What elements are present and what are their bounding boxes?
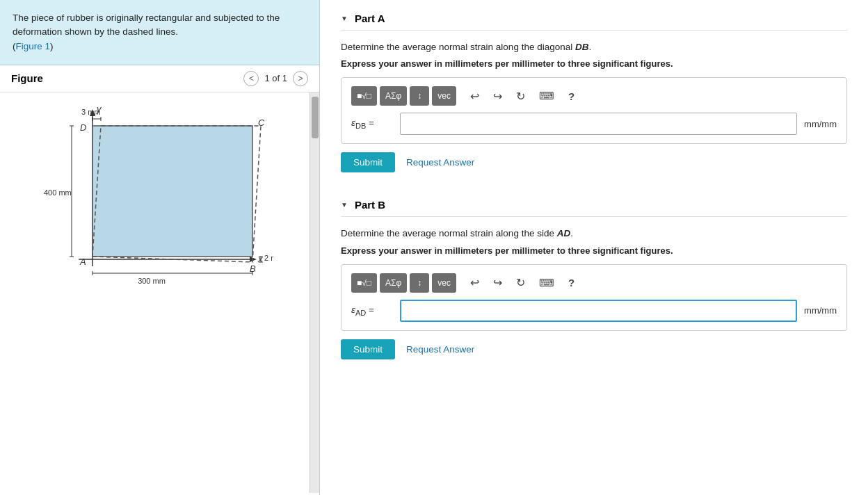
part-a-subscript-btn[interactable]: ↕ — [410, 86, 429, 106]
part-a-unit: mm/mm — [804, 119, 837, 129]
part-a-section: ▼ Part A Determine the average normal st… — [341, 7, 847, 172]
part-a-triangle: ▼ — [341, 15, 348, 22]
part-b-input-row: εAD = mm/mm — [351, 300, 837, 322]
part-a-greek-btn[interactable]: ΑΣφ — [380, 86, 407, 106]
part-a-answer-box: ■√□ ΑΣφ ↕ vec ↩ ↪ ↻ ⌨ ? εDB = mm/mm — [341, 77, 847, 144]
part-b-title: Part B — [355, 199, 385, 211]
d-label: D — [80, 122, 86, 133]
part-b-answer-box: ■√□ ΑΣφ ↕ vec ↩ ↪ ↻ ⌨ ? εAD = mm/mm — [341, 264, 847, 331]
part-b-subscript-btn[interactable]: ↕ — [410, 273, 429, 293]
part-a-redo-btn[interactable]: ↪ — [488, 86, 508, 106]
part-a-help-btn[interactable]: ? — [563, 86, 580, 106]
part-a-keyboard-btn[interactable]: ⌨ — [533, 86, 560, 106]
dim-right-label: 2 mm — [264, 254, 273, 262]
figure-title: Figure — [11, 72, 43, 84]
part-a-input[interactable] — [400, 113, 797, 135]
part-b-triangle: ▼ — [341, 201, 348, 209]
figure-header: Figure < 1 of 1 > — [0, 65, 319, 92]
part-b-input[interactable] — [400, 300, 797, 322]
a-label: A — [79, 257, 86, 267]
part-b-redo-btn[interactable]: ↪ — [488, 273, 508, 293]
dim-left-label: 400 mm — [44, 188, 72, 197]
part-b-section: ▼ Part B Determine the average normal st… — [341, 193, 847, 359]
part-a-refresh-btn[interactable]: ↻ — [511, 86, 531, 106]
right-panel: ▼ Part A Determine the average normal st… — [320, 0, 868, 495]
figure-nav: < 1 of 1 > — [243, 71, 308, 86]
part-b-undo-btn[interactable]: ↩ — [465, 273, 485, 293]
part-b-request-answer-link[interactable]: Request Answer — [406, 344, 474, 355]
figure-svg-area: y x D C A B 3 mm — [0, 92, 310, 315]
part-b-vec-btn[interactable]: vec — [432, 273, 456, 293]
part-a-toolbar: ■√□ ΑΣφ ↕ vec ↩ ↪ ↻ ⌨ ? — [351, 86, 837, 106]
part-b-action-row: Submit Request Answer — [341, 339, 847, 359]
left-panel: The piece of rubber is originally rectan… — [0, 0, 320, 495]
part-a-undo-btn[interactable]: ↩ — [465, 86, 485, 106]
part-b-refresh-btn[interactable]: ↻ — [511, 273, 531, 293]
part-b-instructions: Express your answer in millimeters per m… — [341, 245, 847, 256]
x-axis-label: x — [257, 254, 263, 264]
part-a-title: Part A — [355, 13, 385, 24]
dim-bottom-label: 300 mm — [138, 277, 166, 285]
part-a-description: Determine the average normal strain alon… — [341, 40, 847, 54]
part-b-input-label: εAD = — [351, 305, 393, 317]
page-info: 1 of 1 — [264, 73, 287, 83]
description-text: The piece of rubber is originally rectan… — [13, 13, 280, 37]
part-b-submit-button[interactable]: Submit — [341, 339, 395, 359]
scroll-thumb — [312, 97, 319, 138]
part-a-submit-button[interactable]: Submit — [341, 152, 395, 172]
c-label: C — [258, 117, 265, 128]
figure-content: y x D C A B 3 mm — [0, 92, 319, 493]
part-b-help-btn[interactable]: ? — [563, 273, 580, 293]
part-b-format-btn[interactable]: ■√□ — [351, 273, 377, 293]
figure-area: Figure < 1 of 1 > — [0, 65, 319, 495]
figure-prev-button[interactable]: < — [243, 71, 259, 86]
part-a-format-btn[interactable]: ■√□ — [351, 86, 377, 106]
diagram-svg: y x D C A B 3 mm — [37, 99, 273, 308]
part-a-request-answer-link[interactable]: Request Answer — [406, 157, 474, 168]
part-a-instructions: Express your answer in millimeters per m… — [341, 58, 847, 69]
problem-description: The piece of rubber is originally rectan… — [0, 0, 319, 65]
part-a-input-label: εDB = — [351, 117, 393, 130]
part-a-header[interactable]: ▼ Part A — [341, 7, 847, 31]
figure-link[interactable]: Figure 1 — [16, 41, 51, 51]
part-a-input-row: εDB = mm/mm — [351, 113, 837, 135]
figure-scrollbar[interactable] — [310, 92, 319, 493]
part-b-header[interactable]: ▼ Part B — [341, 193, 847, 217]
part-a-vec-btn[interactable]: vec — [432, 86, 456, 106]
svg-rect-4 — [93, 126, 252, 257]
figure-next-button[interactable]: > — [293, 71, 308, 86]
part-b-unit: mm/mm — [804, 305, 837, 316]
part-b-toolbar: ■√□ ΑΣφ ↕ vec ↩ ↪ ↻ ⌨ ? — [351, 273, 837, 293]
dim-top-label: 3 mm — [81, 108, 101, 116]
part-b-description: Determine the average normal strain alon… — [341, 227, 847, 241]
part-a-action-row: Submit Request Answer — [341, 152, 847, 172]
part-b-greek-btn[interactable]: ΑΣφ — [380, 273, 407, 293]
svg-marker-3 — [250, 257, 257, 262]
part-b-keyboard-btn[interactable]: ⌨ — [533, 273, 560, 293]
